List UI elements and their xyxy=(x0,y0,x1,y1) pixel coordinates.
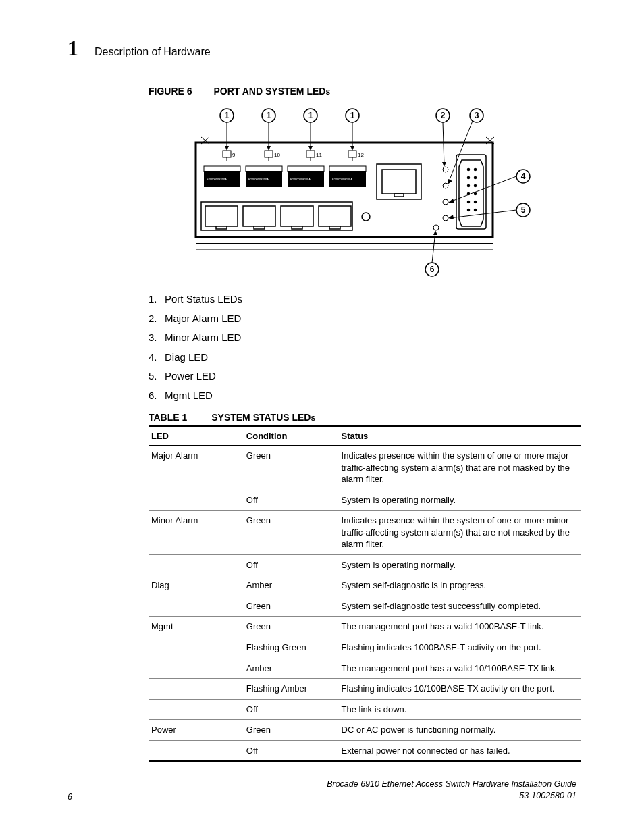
svg-point-41 xyxy=(468,169,470,171)
svg-point-43 xyxy=(468,177,470,179)
doc-title: Brocade 6910 Ethernet Access Switch Hard… xyxy=(327,779,576,790)
legend-item: 2.Major Alarm LED xyxy=(149,309,581,329)
chapter-number: 1 xyxy=(68,37,78,59)
col-status: Status xyxy=(339,426,581,446)
table-row: MgmtGreenThe management port has a valid… xyxy=(149,617,581,637)
svg-point-51 xyxy=(468,209,470,211)
svg-text:E20000008200A: E20000008200A xyxy=(248,178,269,181)
svg-text:1: 1 xyxy=(267,111,271,120)
svg-point-42 xyxy=(475,169,477,171)
svg-point-50 xyxy=(475,201,477,203)
svg-text:1: 1 xyxy=(225,111,230,120)
page-number: 6 xyxy=(68,792,72,802)
figure-legend: 1.Port Status LEDs 2.Major Alarm LED 3.M… xyxy=(149,290,581,405)
table-row: OffSystem is operating normally. xyxy=(149,490,581,511)
svg-text:9: 9 xyxy=(232,152,236,158)
doc-number: 53-1002580-01 xyxy=(327,790,576,802)
table-body: Major AlarmGreenIndicates presence withi… xyxy=(149,446,581,762)
table-caption: TABLE 1 SYSTEM STATUS LEDs xyxy=(149,412,581,423)
svg-text:12: 12 xyxy=(358,152,364,158)
page-footer: 6 Brocade 6910 Ethernet Access Switch Ha… xyxy=(68,779,576,802)
svg-point-49 xyxy=(468,201,470,203)
table-header-row: LED Condition Status xyxy=(149,426,581,446)
table-title: SYSTEM STATUS LED xyxy=(211,412,311,423)
svg-text:2: 2 xyxy=(441,111,446,120)
table-row: PowerGreenDC or AC power is functioning … xyxy=(149,720,581,741)
svg-text:11: 11 xyxy=(316,152,322,158)
figure-title: PORT AND SYSTEM LED xyxy=(213,86,325,97)
figure-diagram: E20000008200A E20000008200A E20000008200… xyxy=(189,102,540,278)
legend-item: 1.Port Status LEDs xyxy=(149,290,581,309)
figure-caption: FIGURE 6 PORT AND SYSTEM LEDs xyxy=(149,86,581,97)
svg-point-45 xyxy=(468,185,470,187)
legend-item: 6.Mgmt LED xyxy=(149,386,581,406)
header-title: Description of Hardware xyxy=(95,46,211,58)
legend-item: 4.Diag LED xyxy=(149,348,581,367)
col-condition: Condition xyxy=(244,426,339,446)
svg-point-48 xyxy=(475,193,477,195)
table-row: Minor AlarmGreenIndicates presence withi… xyxy=(149,511,581,555)
svg-text:E20000008200A: E20000008200A xyxy=(332,178,352,181)
figure-label: FIGURE 6 xyxy=(149,86,192,97)
svg-point-46 xyxy=(475,185,477,187)
legend-item: 5.Power LED xyxy=(149,367,581,386)
table-row: Flashing AmberFlashing indicates 10/100B… xyxy=(149,679,581,700)
table-row: OffExternal power not connected or has f… xyxy=(149,740,581,761)
table-row: AmberThe management port has a valid 10/… xyxy=(149,658,581,679)
doc-info: Brocade 6910 Ethernet Access Switch Hard… xyxy=(327,779,576,802)
table-row: DiagAmberSystem self-diagnostic is in pr… xyxy=(149,575,581,596)
table-row: Flashing GreenFlashing indicates 1000BAS… xyxy=(149,637,581,658)
content: FIGURE 6 PORT AND SYSTEM LEDs E200000082 xyxy=(149,86,581,762)
table-row: Major AlarmGreenIndicates presence withi… xyxy=(149,446,581,490)
table-row: GreenSystem self-diagnostic test success… xyxy=(149,596,581,617)
svg-rect-0 xyxy=(196,142,493,237)
table-label: TABLE 1 xyxy=(149,412,187,423)
svg-point-52 xyxy=(475,209,477,211)
svg-point-44 xyxy=(475,177,477,179)
svg-text:5: 5 xyxy=(521,205,526,215)
table-row: OffThe link is down. xyxy=(149,699,581,720)
page-header: 1 Description of Hardware xyxy=(68,37,576,59)
svg-text:E20000008200A: E20000008200A xyxy=(207,178,227,181)
svg-text:4: 4 xyxy=(521,172,526,181)
table-row: OffSystem is operating normally. xyxy=(149,554,581,575)
svg-text:1: 1 xyxy=(308,111,313,120)
svg-text:E20000008200A: E20000008200A xyxy=(290,178,311,181)
svg-text:1: 1 xyxy=(350,111,355,120)
legend-item: 3.Minor Alarm LED xyxy=(149,328,581,348)
col-led: LED xyxy=(149,426,244,446)
svg-text:6: 6 xyxy=(430,265,435,274)
svg-text:10: 10 xyxy=(274,152,280,158)
status-table: LED Condition Status Major AlarmGreenInd… xyxy=(149,425,581,762)
page: 1 Description of Hardware FIGURE 6 PORT … xyxy=(0,0,644,834)
svg-text:3: 3 xyxy=(475,111,479,120)
